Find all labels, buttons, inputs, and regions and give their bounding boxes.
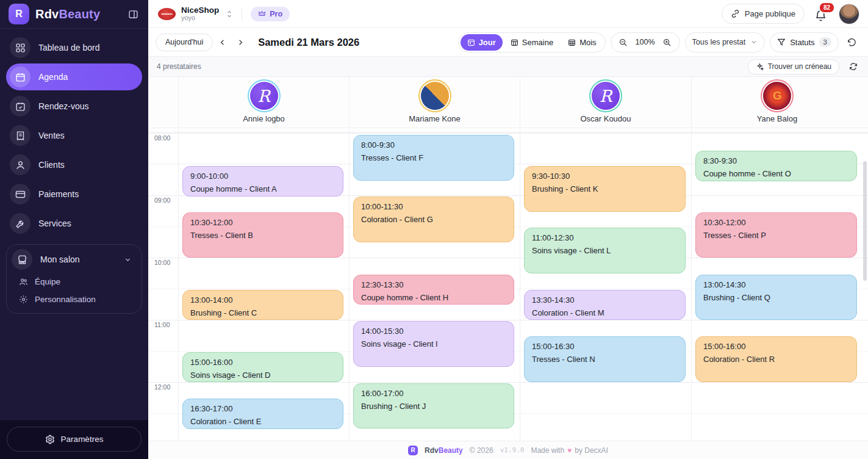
- sidebar: R RdvBeauty Tableau de bord Agenda Rende…: [0, 0, 148, 459]
- provider-column-header[interactable]: G Yane Balog: [691, 77, 863, 128]
- calendar-month-icon: [568, 38, 576, 46]
- appointment-time: 15:00-16:30: [532, 340, 678, 353]
- view-month-button[interactable]: Mois: [561, 34, 603, 51]
- main-area: NiceShop yoyo Pro Page publique 82: [148, 0, 868, 459]
- provider-filter-dropdown[interactable]: Tous les prestat: [685, 32, 766, 52]
- provider-column[interactable]: 9:00-10:00 Coupe homme - Client A 10:30-…: [178, 128, 349, 441]
- footer: R RdvBeauty © 2026 v1.9.0 Made with ♥ by…: [148, 441, 868, 459]
- prev-day-button[interactable]: [213, 33, 231, 51]
- footer-brand-primary: Rdv: [425, 446, 439, 455]
- appointment-card[interactable]: 8:00-9:30 Tresses - Client F: [353, 135, 514, 181]
- calendar-subbar: 4 prestataires Trouver un créneau: [148, 57, 868, 77]
- crown-icon: [258, 10, 266, 18]
- calendar-header: R Annie logbo Mariame Kone R Oscar Koudo…: [148, 77, 868, 128]
- public-page-button[interactable]: Page publique: [722, 4, 805, 24]
- appointment-card[interactable]: 13:00-14:30 Brushing - Client Q: [695, 275, 857, 320]
- appointment-card[interactable]: 8:30-9:30 Coupe homme - Client O: [695, 151, 857, 181]
- sparkles-icon: [756, 63, 764, 71]
- appointment-card[interactable]: 15:00-16:00 Coloration - Client R: [695, 336, 857, 382]
- time-label: 11:00: [154, 321, 178, 328]
- view-day-button[interactable]: Jour: [461, 34, 503, 51]
- zoom-in-icon[interactable]: [661, 35, 674, 49]
- settings-button[interactable]: Paramètres: [7, 427, 142, 452]
- sidebar-item-clients[interactable]: Clients: [6, 151, 142, 178]
- zoom-out-icon[interactable]: [617, 35, 630, 49]
- app-title-secondary: Beauty: [59, 7, 100, 21]
- appointment-card[interactable]: 10:30-12:00 Tresses - Client B: [182, 212, 343, 258]
- notifications-button[interactable]: 82: [814, 6, 829, 22]
- provider-column[interactable]: 8:30-9:30 Coupe homme - Client O 10:30-1…: [691, 128, 863, 441]
- today-button[interactable]: Aujourd'hui: [156, 34, 213, 51]
- appointment-title: Soins visage - Client L: [532, 244, 678, 257]
- chevron-right-icon: [236, 38, 245, 47]
- shop-meta: NiceShop yoyo: [181, 6, 219, 22]
- sidebar-item-equipe[interactable]: Équipe: [9, 273, 139, 291]
- appointment-title: Coupe homme - Client O: [703, 167, 849, 180]
- wrench-icon: [10, 213, 30, 234]
- team-icon: [19, 277, 28, 286]
- vertical-scrollbar[interactable]: [863, 161, 867, 281]
- chevron-down-icon: [124, 256, 132, 264]
- find-slot-button[interactable]: Trouver un créneau: [748, 59, 839, 74]
- sidebar-item-label: Personnalisation: [35, 295, 96, 304]
- appointment-card[interactable]: 9:00-10:00 Coupe homme - Client A: [182, 166, 343, 197]
- time-label: 10:00: [154, 259, 178, 266]
- shop-selector[interactable]: NiceShop yoyo: [158, 6, 233, 22]
- sidebar-item-rendez-vous[interactable]: Rendez-vous: [6, 93, 142, 120]
- sidebar-item-services[interactable]: Services: [6, 210, 142, 237]
- appointment-card[interactable]: 16:30-17:00 Coloration - Client E: [182, 399, 343, 429]
- sidebar-item-ventes[interactable]: Ventes: [6, 122, 142, 149]
- toolbar-right: Jour Semaine Mois 100%: [458, 32, 859, 52]
- appointment-time: 16:30-17:00: [190, 402, 335, 415]
- provider-column-header[interactable]: Mariame Kone: [349, 77, 520, 128]
- appointment-title: Brushing - Client K: [532, 183, 678, 195]
- appointment-card[interactable]: 11:00-12:30 Soins visage - Client L: [524, 228, 686, 273]
- provider-column-header[interactable]: R Annie logbo: [178, 77, 349, 128]
- refresh-button[interactable]: [847, 60, 859, 73]
- provider-avatar: R: [592, 82, 620, 110]
- app-title-primary: Rdv: [35, 7, 59, 21]
- chevron-left-icon: [218, 38, 227, 47]
- appointment-card[interactable]: 13:00-14:00 Brushing - Client C: [182, 290, 343, 320]
- sidebar-item-agenda[interactable]: Agenda: [6, 63, 142, 90]
- view-week-button[interactable]: Semaine: [504, 34, 560, 51]
- statuses-filter-button[interactable]: Statuts 3: [770, 32, 839, 52]
- calendar-check-icon: [10, 96, 30, 117]
- footer-made-with: Made with ♥ by DecxAI: [531, 446, 608, 455]
- provider-column-header[interactable]: R Oscar Koudou: [520, 77, 691, 128]
- sidebar-item-label: Mon salon: [40, 255, 80, 264]
- pro-label: Pro: [270, 10, 282, 18]
- sidebar-item-paiements[interactable]: Paiements: [6, 181, 142, 208]
- user-avatar[interactable]: [839, 4, 859, 24]
- appointment-card[interactable]: 15:00-16:00 Soins visage - Client D: [182, 352, 343, 382]
- appointment-card[interactable]: 15:00-16:30 Tresses - Client N: [524, 336, 686, 382]
- provider-column[interactable]: 9:30-10:30 Brushing - Client K 11:00-12:…: [520, 128, 691, 441]
- sidebar-item-dashboard[interactable]: Tableau de bord: [6, 34, 142, 61]
- history-button[interactable]: [844, 34, 859, 50]
- appointment-title: Coloration - Client M: [532, 306, 678, 319]
- sidebar-item-label: Clients: [38, 160, 65, 170]
- appointment-card[interactable]: 12:30-13:30 Coupe homme - Client H: [353, 275, 514, 305]
- app-root: R RdvBeauty Tableau de bord Agenda Rende…: [0, 0, 868, 459]
- appointment-card[interactable]: 13:30-14:30 Coloration - Client M: [524, 290, 686, 320]
- funnel-icon: [777, 38, 786, 46]
- sidebar-item-mon-salon[interactable]: Mon salon: [9, 246, 139, 273]
- appointment-card[interactable]: 9:30-10:30 Brushing - Client K: [524, 166, 686, 212]
- appointment-card[interactable]: 16:00-17:00 Brushing - Client J: [353, 383, 514, 428]
- sidebar-footer: Paramètres: [0, 419, 148, 459]
- appointment-card[interactable]: 10:30-12:00 Tresses - Client P: [695, 212, 857, 258]
- calendar-grid[interactable]: 08:00 09:00 10:00 11:00 12:00 9:00-10:00…: [148, 128, 868, 441]
- app-logo-letter: R: [15, 9, 23, 20]
- sidebar-collapse-icon[interactable]: [126, 7, 140, 21]
- shop-logo: [158, 8, 176, 20]
- appointment-card[interactable]: 14:00-15:30 Soins visage - Client I: [353, 321, 514, 367]
- appointment-card[interactable]: 10:00-11:30 Coloration - Client G: [353, 197, 514, 242]
- sidebar-item-personnalisation[interactable]: Personnalisation: [9, 291, 139, 308]
- provider-column[interactable]: 8:00-9:30 Tresses - Client F 10:00-11:30…: [349, 128, 520, 441]
- next-day-button[interactable]: [231, 33, 249, 51]
- footer-made-with-text: Made with: [531, 446, 564, 455]
- credit-card-icon: [10, 184, 30, 204]
- appointment-title: Coupe homme - Client A: [190, 183, 335, 195]
- time-label: 08:00: [154, 134, 178, 142]
- chevron-down-icon: [750, 38, 758, 46]
